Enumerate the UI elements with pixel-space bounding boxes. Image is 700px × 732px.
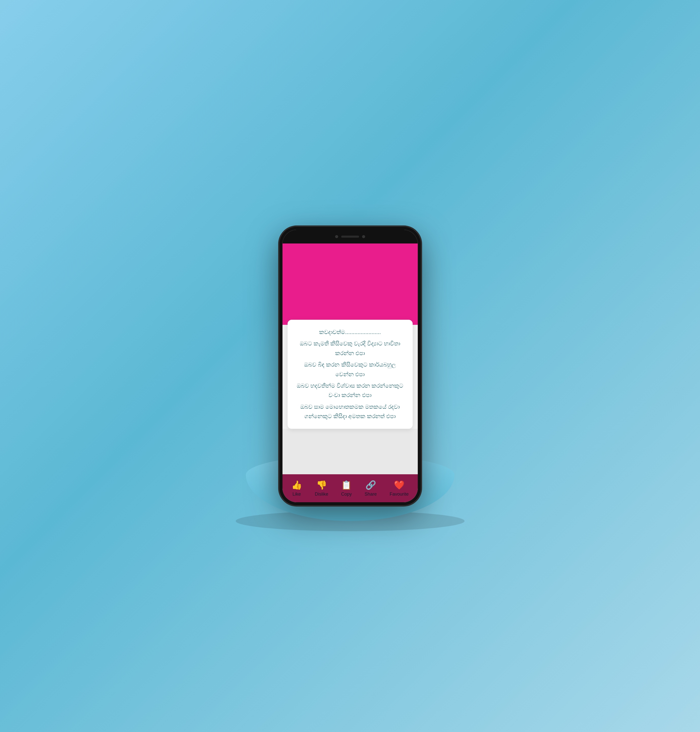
dislike-icon: 👎 [316,480,327,490]
copy-icon: 📋 [341,480,351,490]
poem-line-5: ඔබව සාම මොහොතකමක මතකයේ රදවා ගන්නෙකුට කිස… [295,402,406,421]
empty-content-area [282,429,418,474]
favourite-label: Favourite [390,491,409,497]
bottom-navigation: 👍 Like 👎 Dislike 📋 Copy 🔗 Share ❤️ [282,474,418,502]
app-header [282,244,418,325]
poem-text: කවදාවත්ම....................... ඔබට කැමත… [295,327,406,421]
favourite-icon: ❤️ [394,480,404,490]
notch [327,233,373,241]
scene: කවදාවත්ම....................... ඔබට කැමත… [279,226,421,506]
sensor-dot [362,235,365,238]
like-label: Like [293,491,301,497]
poem-line-2: ඔබට කැමති කිසිවෙකු වැරදි විද්‍යාට භාවිතා… [295,339,406,358]
poem-line-1: කවදාවත්ම....................... [295,327,406,337]
share-label: Share [365,491,377,497]
camera-dot [335,235,338,238]
notch-bar [282,230,418,244]
dislike-label: Dislike [315,491,328,497]
phone: කවදාවත්ම....................... ඔබට කැමත… [279,226,421,506]
screen: කවදාවත්ම....................... ඔබට කැමත… [282,230,418,502]
nav-like[interactable]: 👍 Like [291,480,302,497]
copy-label: Copy [341,491,351,497]
like-icon: 👍 [291,480,302,490]
nav-favourite[interactable]: ❤️ Favourite [390,480,409,497]
nav-share[interactable]: 🔗 Share [365,480,377,497]
speaker-grille [341,236,359,238]
share-icon: 🔗 [365,480,376,490]
poem-line-4: ඔබව හදවතින්ම විශ්වාස කරන කරන්නෙකුට වංචා … [295,381,406,400]
nav-copy[interactable]: 📋 Copy [341,480,351,497]
content-card: කවදාවත්ම....................... ඔබට කැමත… [288,320,413,429]
poem-line-3: ඔබව බිඳ කරන කිසිවෙකුට කාර්යබහුල වෙන්න එප… [295,360,406,379]
nav-dislike[interactable]: 👎 Dislike [315,480,328,497]
